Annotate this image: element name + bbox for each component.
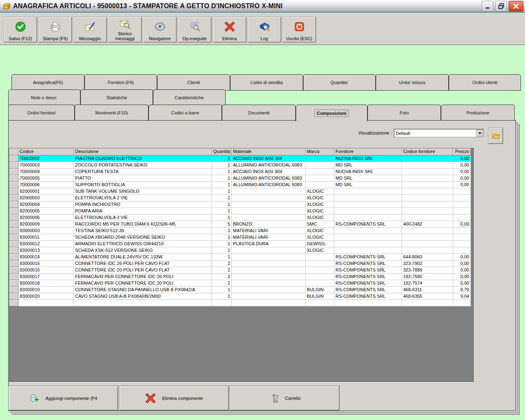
toolbar-button-uscita[interactable]: Uscita (ESC) <box>282 16 316 43</box>
tab-clienti[interactable]: Clienti <box>157 74 230 91</box>
table-cell: SCHEDA XBOARD-2048 VERSIONE SEIKO <box>74 234 212 241</box>
table-row[interactable]: 83000016CONNETTORE IDC 20 POLI PER CAVO … <box>9 267 473 274</box>
grid-header-row: CodiceDescrizioneQuantitàMaterialeMarcaF… <box>9 148 473 155</box>
tab-quantita[interactable]: Quantita' <box>303 74 376 91</box>
tab-movimenti-f10[interactable]: Movimenti (F10) <box>75 105 148 120</box>
table-cell <box>334 247 402 254</box>
toolbar-button-navigatore[interactable]: Navigatore <box>143 16 177 43</box>
table-row[interactable]: 83000012ARMADIO ELETTRICO GEWISS GW44210… <box>9 241 473 247</box>
table-cell: 1 <box>212 241 232 247</box>
tab-unita-misura[interactable]: Unita' misura <box>376 74 449 91</box>
table-row[interactable]: 82000006ELETTROVALVOLA 3 VIE1XLOGIC <box>9 215 473 221</box>
table-cell: 1 <box>212 169 232 175</box>
view-selector-combobox[interactable]: Default <box>394 129 484 137</box>
toolbar-button-messaggio[interactable]: Messaggio <box>73 16 107 43</box>
table-row[interactable]: 83000014ALIMENTATORE DUALE 24V/5V DC 133… <box>9 254 473 260</box>
table-row[interactable]: 83000003TESTINA SEIKO 512-351MATERIALI V… <box>9 228 473 234</box>
tab-label: Ordini clienti <box>472 80 498 85</box>
table-row[interactable]: 82000005POMPA ARIA1XLOGIC <box>9 208 473 215</box>
message-pen-icon <box>84 21 96 32</box>
table-cell <box>453 195 471 201</box>
toolbar-button-label: Log <box>260 36 268 41</box>
table-row[interactable]: 82000009RACCORDO M5 PER TUBO DIAM.6 KQ2S… <box>9 221 473 228</box>
tab-label: Foto <box>399 110 409 115</box>
table-cell: 323-7889 <box>402 267 453 274</box>
combobox-dropdown-button[interactable] <box>476 130 483 137</box>
table-row[interactable]: 70000003ZOCCOLO PORTATESTINA SEIKO1ALLUM… <box>9 162 473 169</box>
table-cell <box>306 280 334 287</box>
titlebar[interactable]: ANAGRAFICA ARTICOLI - 95000013 - STAMPAT… <box>0 0 525 13</box>
row-selector-cell <box>9 228 18 234</box>
table-cell <box>232 188 306 195</box>
table-row[interactable]: 70000002PIASTRA QUADRO ELETTRICO1ACCIAIO… <box>9 155 473 162</box>
table-row[interactable]: 83000013SCHEDA XSK-512 VERSIONE SEIKO1XL… <box>9 247 473 254</box>
table-cell: CONNETTORE IDC 20 POLI PER CAVO FLAT <box>74 267 212 274</box>
column-header-prezzo[interactable]: Prezzo <box>453 148 471 155</box>
table-cell: 2 <box>212 280 232 287</box>
elimina-componente-button[interactable]: Elimina componente <box>119 386 229 411</box>
aggiungi-componente-button[interactable]: Aggiungi componente (F4 <box>8 386 118 411</box>
open-view-button[interactable] <box>488 128 503 144</box>
application-window: { "window": { "title": "ANAGRAFICA ARTIC… <box>0 0 525 420</box>
tab-composizioni[interactable]: Composizioni <box>296 105 368 121</box>
table-cell: BULGIN <box>306 287 334 293</box>
column-header-descrizione[interactable]: Descrizione <box>74 148 212 155</box>
table-cell: ZOCCOLO PORTATESTINA SEIKO <box>74 162 212 169</box>
row-selector-cell <box>9 162 18 169</box>
table-row[interactable]: 82000004POMPA INCHIOSTRO1XLOGIC <box>9 201 473 208</box>
table-row[interactable]: 70000006SUPPORTO BOTTIGLIA1ALLUMINIO ANT… <box>9 182 473 188</box>
table-row[interactable]: 83000015CONNETTORE IDC 26 POLI PER CAVO … <box>9 260 473 267</box>
column-header-fornitore[interactable]: Fornitore <box>334 148 402 155</box>
column-header-row-selector[interactable] <box>9 148 18 155</box>
column-header-materiale[interactable]: Materiale <box>232 148 306 155</box>
tab-label: Statistiche <box>106 95 127 100</box>
column-header-quantit[interactable]: Quantità <box>212 148 232 155</box>
table-row[interactable]: 83000020CAVO STAGNO USB A-B PX0840/B/2M0… <box>9 293 473 300</box>
table-cell: 644-8060 <box>402 254 453 260</box>
tab-produzione[interactable]: Produzione <box>441 105 515 120</box>
close-button[interactable] <box>509 1 523 11</box>
table-row[interactable]: 82000001SUB TANK VOLUME SINGOLO1XLOGIC <box>9 188 473 195</box>
toolbar-button-log[interactable]: Log <box>247 16 281 43</box>
table-cell: RS-COMPONENTS SRL <box>334 280 402 287</box>
printer-icon <box>50 21 61 32</box>
carrello-button[interactable]: Carrello <box>230 386 340 411</box>
toolbar-button-elimina[interactable]: Elimina <box>212 16 247 43</box>
table-row[interactable]: 83000019CONNETTORE STAGNO DA PANNELLO US… <box>9 287 473 293</box>
tab-documenti[interactable]: Documenti <box>222 105 296 120</box>
table-cell <box>306 260 334 267</box>
tab-anagrafica-f5[interactable]: Anagrafica(F5) <box>11 74 84 91</box>
row-selector-cell <box>9 293 18 300</box>
table-row[interactable]: 83000018FERMACAVO PER CONNETTORE IDC 20 … <box>9 280 473 287</box>
toolbar-button-storico-messaggi[interactable]: Storico messaggi <box>108 16 142 43</box>
tab-caratteristiche[interactable]: Caratteristiche <box>153 89 226 106</box>
toolbar-button-op-eseguite[interactable]: Op.eseguite <box>178 16 212 43</box>
tab-statistiche[interactable]: Statistiche <box>80 89 153 106</box>
window-title: ANAGRAFICA ARTICOLI - 95000013 - STAMPAT… <box>13 2 283 10</box>
column-header-marca[interactable]: Marca <box>306 148 334 155</box>
table-cell: 0,00 <box>453 162 471 169</box>
delete-x-icon <box>224 21 235 32</box>
table-row[interactable]: 82000003ELETTROVALVOLA 2 VIE1XLOGIC <box>9 195 473 201</box>
table-cell: CAVO STAGNO USB A-B PX0840/B/2M00 <box>74 293 212 300</box>
table-cell <box>402 155 453 162</box>
table-cell <box>334 201 402 208</box>
tab-fornitori-f6[interactable]: Fornitori (F6) <box>84 74 157 91</box>
table-row[interactable]: 70000005PIATTO1ALLUMINIO ANTICORODAL 608… <box>9 175 473 182</box>
toolbar-button-salva[interactable]: Salva (F12) <box>3 16 37 43</box>
table-row-empty[interactable] <box>9 300 473 306</box>
tab-codici-a-barre[interactable]: Codici a barre <box>148 105 222 120</box>
tab-listini-di-vendita[interactable]: Listini di vendita <box>230 74 303 91</box>
minimize-button[interactable] <box>482 1 493 11</box>
column-header-codice[interactable]: Codice <box>18 148 74 155</box>
table-row[interactable]: 83000017FERMACAVO PER CONNETTORE IDC 26 … <box>9 274 473 280</box>
tab-ordini-clienti[interactable]: Ordini clienti <box>449 74 521 91</box>
tab-foto[interactable]: Foto <box>368 105 441 120</box>
restore-button[interactable] <box>495 1 507 11</box>
tab-note-e-descr[interactable]: Note e descr. <box>8 89 80 106</box>
column-header-codice-fornitore[interactable]: Codice fornitore <box>402 148 453 155</box>
table-row[interactable]: 70000004COPERTURA TESTA1ACCIAIO INOX AIS… <box>9 169 473 175</box>
table-row[interactable]: 83000011SCHEDA XBOARD-2048 VERSIONE SEIK… <box>9 234 473 241</box>
tab-ordini-fornitori[interactable]: Ordini fornitori <box>8 105 75 120</box>
toolbar-button-stampa[interactable]: Stampa (F9) <box>38 16 72 43</box>
